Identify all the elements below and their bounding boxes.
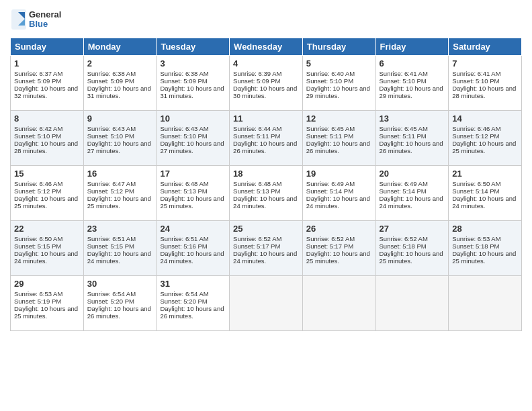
day-24: 24 Sunrise: 6:51 AMSunset: 5:16 PMDaylig… [157, 221, 230, 276]
logo-svg: General Blue [10, 7, 84, 32]
empty-cell-1 [230, 276, 303, 331]
col-sunday: Sunday [11, 38, 84, 56]
day-22: 22 Sunrise: 6:50 AMSunset: 5:15 PMDaylig… [11, 221, 84, 276]
day-29: 29 Sunrise: 6:53 AMSunset: 5:19 PMDaylig… [11, 276, 84, 331]
svg-text:General: General [29, 9, 61, 19]
day-13: 13 Sunrise: 6:45 AMSunset: 5:11 PMDaylig… [375, 111, 449, 166]
day-1: 1 Sunrise: 6:37 AMSunset: 5:09 PMDayligh… [11, 56, 84, 111]
day-3: 3 Sunrise: 6:38 AMSunset: 5:09 PMDayligh… [157, 56, 230, 111]
day-25: 25 Sunrise: 6:52 AMSunset: 5:17 PMDaylig… [230, 221, 303, 276]
day-8: 8 Sunrise: 6:42 AMSunset: 5:10 PMDayligh… [11, 111, 84, 166]
col-wednesday: Wednesday [230, 38, 303, 56]
header: General Blue [10, 7, 522, 32]
empty-cell-2 [302, 276, 375, 331]
day-10: 10 Sunrise: 6:43 AMSunset: 5:10 PMDaylig… [157, 111, 230, 166]
week-row-2: 8 Sunrise: 6:42 AMSunset: 5:10 PMDayligh… [11, 111, 522, 166]
day-12: 12 Sunrise: 6:45 AMSunset: 5:11 PMDaylig… [302, 111, 375, 166]
col-saturday: Saturday [449, 38, 522, 56]
empty-cell-4 [449, 276, 522, 331]
calendar-container: General Blue Sunday Monday Tuesday Wedne… [0, 0, 532, 411]
logo: General Blue [10, 7, 84, 32]
day-23: 23 Sunrise: 6:51 AMSunset: 5:15 PMDaylig… [83, 221, 157, 276]
day-14: 14 Sunrise: 6:46 AMSunset: 5:12 PMDaylig… [449, 111, 522, 166]
calendar-table: Sunday Monday Tuesday Wednesday Thursday… [10, 38, 522, 331]
week-row-3: 15 Sunrise: 6:46 AMSunset: 5:12 PMDaylig… [11, 166, 522, 221]
col-tuesday: Tuesday [157, 38, 230, 56]
day-2: 2 Sunrise: 6:38 AMSunset: 5:09 PMDayligh… [83, 56, 157, 111]
day-19: 19 Sunrise: 6:49 AMSunset: 5:14 PMDaylig… [302, 166, 375, 221]
empty-cell-3 [375, 276, 449, 331]
day-17: 17 Sunrise: 6:48 AMSunset: 5:13 PMDaylig… [157, 166, 230, 221]
day-15: 15 Sunrise: 6:46 AMSunset: 5:12 PMDaylig… [11, 166, 84, 221]
day-18: 18 Sunrise: 6:48 AMSunset: 5:13 PMDaylig… [230, 166, 303, 221]
day-6: 6 Sunrise: 6:41 AMSunset: 5:10 PMDayligh… [375, 56, 449, 111]
day-30: 30 Sunrise: 6:54 AMSunset: 5:20 PMDaylig… [83, 276, 157, 331]
day-21: 21 Sunrise: 6:50 AMSunset: 5:14 PMDaylig… [449, 166, 522, 221]
col-monday: Monday [83, 38, 157, 56]
day-16: 16 Sunrise: 6:47 AMSunset: 5:12 PMDaylig… [83, 166, 157, 221]
day-31: 31 Sunrise: 6:54 AMSunset: 5:20 PMDaylig… [157, 276, 230, 331]
day-9: 9 Sunrise: 6:43 AMSunset: 5:10 PMDayligh… [83, 111, 157, 166]
header-row: Sunday Monday Tuesday Wednesday Thursday… [11, 38, 522, 56]
day-7: 7 Sunrise: 6:41 AMSunset: 5:10 PMDayligh… [449, 56, 522, 111]
col-thursday: Thursday [302, 38, 375, 56]
day-5: 5 Sunrise: 6:40 AMSunset: 5:10 PMDayligh… [302, 56, 375, 111]
day-11: 11 Sunrise: 6:44 AMSunset: 5:11 PMDaylig… [230, 111, 303, 166]
day-27: 27 Sunrise: 6:52 AMSunset: 5:18 PMDaylig… [375, 221, 449, 276]
week-row-1: 1 Sunrise: 6:37 AMSunset: 5:09 PMDayligh… [11, 56, 522, 111]
day-26: 26 Sunrise: 6:52 AMSunset: 5:17 PMDaylig… [302, 221, 375, 276]
week-row-5: 29 Sunrise: 6:53 AMSunset: 5:19 PMDaylig… [11, 276, 522, 331]
day-4: 4 Sunrise: 6:39 AMSunset: 5:09 PMDayligh… [230, 56, 303, 111]
col-friday: Friday [375, 38, 449, 56]
day-28: 28 Sunrise: 6:53 AMSunset: 5:18 PMDaylig… [449, 221, 522, 276]
day-20: 20 Sunrise: 6:49 AMSunset: 5:14 PMDaylig… [375, 166, 449, 221]
svg-text:Blue: Blue [29, 19, 48, 29]
week-row-4: 22 Sunrise: 6:50 AMSunset: 5:15 PMDaylig… [11, 221, 522, 276]
